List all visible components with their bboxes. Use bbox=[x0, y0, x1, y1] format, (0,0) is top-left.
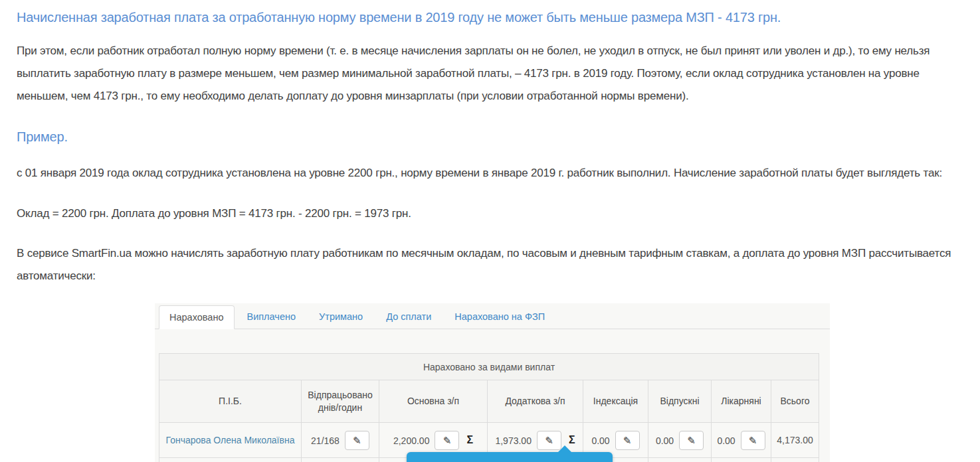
tab-vyplacheno[interactable]: Виплачено bbox=[237, 305, 307, 329]
tab-utrymano[interactable]: Утримано bbox=[308, 305, 373, 329]
paragraph-example-case: с 01 января 2019 года оклад сотрудника у… bbox=[17, 162, 963, 185]
edit-main-salary-button[interactable]: ✎ bbox=[435, 431, 459, 450]
page-title: Начисленная заработная плата за отработа… bbox=[17, 9, 963, 26]
totals-total: 4,173.00 bbox=[771, 458, 819, 462]
payroll-tabs: Нараховано Виплачено Утримано До сплати … bbox=[155, 303, 830, 329]
edit-days-button[interactable]: ✎ bbox=[345, 431, 369, 450]
edit-sick-button[interactable]: ✎ bbox=[741, 431, 765, 450]
col-vacation: Відпускні bbox=[648, 380, 712, 423]
totals-vacation: 0.00 bbox=[648, 458, 712, 462]
example-heading: Пример. bbox=[17, 128, 963, 145]
accruals-table: Нараховано за видами виплат П.І.Б. Відпр… bbox=[159, 353, 819, 462]
col-sick: Лікарняні bbox=[712, 380, 771, 423]
totals-label: Всього bbox=[159, 458, 302, 462]
min-wage-supplement-popover[interactable]: ▸Доплата до мінзарплати - 1,973.00; bbox=[407, 452, 613, 462]
col-indexation: Індексація bbox=[583, 380, 648, 423]
col-pib: П.І.Б. bbox=[159, 380, 302, 423]
indexation-value: 0.00 bbox=[591, 435, 609, 445]
employee-name-link[interactable]: Гончарова Олена Миколаївна bbox=[166, 435, 295, 445]
popover-arrow-up-icon bbox=[558, 445, 571, 452]
pencil-icon: ✎ bbox=[687, 435, 696, 446]
tab-do-splaty[interactable]: До сплати bbox=[375, 305, 442, 329]
article: Начисленная заработная плата за отработа… bbox=[0, 9, 980, 462]
paragraph-norm-rule: При этом, если работник отработал полную… bbox=[17, 40, 963, 108]
col-additional-salary: Додаткова з/п bbox=[488, 380, 583, 423]
sum-additional-salary-icon[interactable]: Σ bbox=[569, 434, 575, 446]
pencil-icon: ✎ bbox=[353, 435, 361, 446]
row-total-value: 4,173.00 bbox=[777, 435, 813, 446]
pencil-icon: ✎ bbox=[749, 435, 757, 446]
sick-value: 0.00 bbox=[717, 435, 735, 445]
tab-narahovano[interactable]: Нараховано bbox=[159, 305, 235, 329]
table-caption: Нараховано за видами виплат bbox=[159, 354, 819, 380]
totals-days: X bbox=[302, 458, 379, 462]
sum-main-salary-icon[interactable]: Σ bbox=[466, 434, 473, 446]
col-total: Всього bbox=[771, 380, 819, 423]
tab-narahovano-fzp[interactable]: Нараховано на ФЗП bbox=[444, 305, 555, 329]
edit-indexation-button[interactable]: ✎ bbox=[615, 431, 640, 450]
table-header-row: П.І.Б. Відпрацьовано днів/годин Основна … bbox=[159, 380, 819, 423]
days-value: 21/168 bbox=[311, 435, 340, 445]
edit-vacation-button[interactable]: ✎ bbox=[679, 431, 704, 450]
paragraph-smartfin: В сервисе SmartFin.ua можно начислять за… bbox=[17, 242, 963, 287]
vacation-value: 0.00 bbox=[656, 435, 674, 445]
pencil-icon: ✎ bbox=[443, 435, 452, 446]
pencil-icon: ✎ bbox=[545, 435, 553, 446]
smartfin-screenshot: Нараховано Виплачено Утримано До сплати … bbox=[155, 303, 830, 462]
col-main-salary: Основна з/п bbox=[379, 380, 488, 423]
paragraph-calculation: Оклад = 2200 грн. Доплата до уровня МЗП … bbox=[17, 202, 963, 225]
additional-salary-value: 1,973.00 bbox=[495, 435, 532, 445]
pencil-icon: ✎ bbox=[623, 435, 632, 446]
col-days-hours: Відпрацьовано днів/годин bbox=[302, 380, 379, 423]
totals-sick: 0.00 bbox=[712, 458, 771, 462]
main-salary-value: 2,200.00 bbox=[393, 435, 430, 445]
